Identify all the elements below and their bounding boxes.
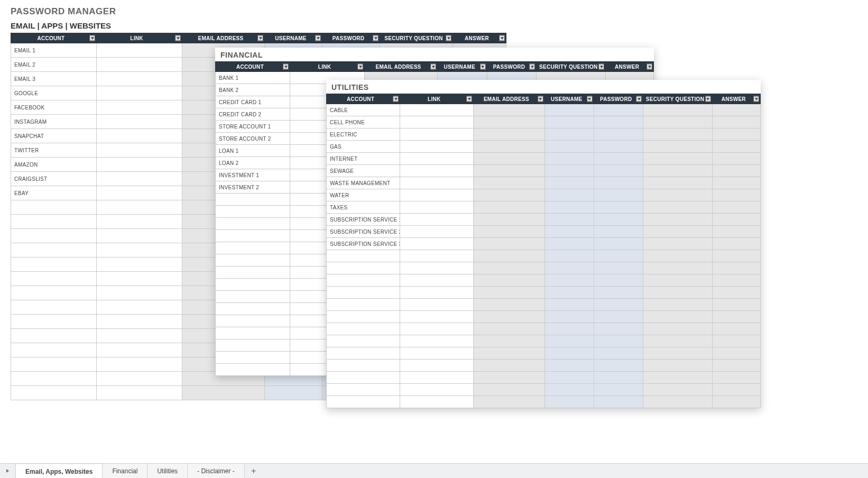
- data-cell[interactable]: [400, 177, 474, 189]
- account-cell[interactable]: [216, 218, 290, 230]
- data-cell[interactable]: [643, 189, 712, 201]
- data-cell[interactable]: [544, 189, 594, 201]
- data-cell[interactable]: [400, 299, 474, 311]
- account-cell[interactable]: [11, 200, 97, 215]
- data-cell[interactable]: [474, 250, 544, 262]
- account-cell[interactable]: GAS: [327, 141, 400, 153]
- data-cell[interactable]: [400, 153, 474, 165]
- data-cell[interactable]: [544, 153, 594, 165]
- filter-dropdown-icon[interactable]: [636, 96, 642, 102]
- account-cell[interactable]: [11, 229, 97, 243]
- data-cell[interactable]: [712, 262, 761, 274]
- data-cell[interactable]: [712, 274, 761, 287]
- data-cell[interactable]: [643, 311, 712, 323]
- data-cell[interactable]: [97, 315, 182, 329]
- data-cell[interactable]: [97, 372, 182, 386]
- account-cell[interactable]: [216, 327, 290, 339]
- data-cell[interactable]: [712, 323, 761, 335]
- data-cell[interactable]: [474, 165, 544, 177]
- account-cell[interactable]: STORE ACCOUNT 2: [216, 133, 290, 145]
- data-cell[interactable]: [400, 128, 474, 141]
- data-cell[interactable]: [544, 165, 594, 177]
- data-cell[interactable]: [474, 177, 544, 189]
- data-cell[interactable]: [643, 384, 712, 396]
- data-cell[interactable]: [643, 226, 712, 238]
- data-cell[interactable]: [400, 384, 474, 396]
- account-cell[interactable]: LOAN 1: [216, 145, 290, 157]
- data-cell[interactable]: [97, 43, 182, 58]
- filter-dropdown-icon[interactable]: [315, 35, 321, 41]
- data-cell[interactable]: [594, 323, 643, 335]
- data-cell[interactable]: [712, 372, 761, 384]
- data-cell[interactable]: [544, 335, 594, 347]
- data-cell[interactable]: [400, 238, 474, 250]
- filter-dropdown-icon[interactable]: [89, 35, 95, 41]
- data-cell[interactable]: [594, 335, 643, 347]
- account-cell[interactable]: EMAIL 3: [11, 72, 97, 86]
- account-cell[interactable]: [11, 258, 97, 272]
- data-cell[interactable]: [474, 104, 544, 116]
- data-cell[interactable]: [643, 335, 712, 347]
- data-cell[interactable]: [474, 299, 544, 311]
- data-cell[interactable]: [712, 250, 761, 262]
- data-cell[interactable]: [97, 386, 182, 400]
- data-cell[interactable]: [97, 329, 182, 343]
- data-cell[interactable]: [400, 226, 474, 238]
- account-cell[interactable]: BANK 1: [216, 72, 290, 84]
- data-cell[interactable]: [474, 347, 544, 360]
- account-cell[interactable]: [327, 311, 400, 323]
- data-cell[interactable]: [594, 177, 643, 189]
- data-cell[interactable]: [97, 172, 182, 186]
- data-cell[interactable]: [643, 141, 712, 153]
- account-cell[interactable]: SUBSCRIPTION SERVICE 3: [327, 238, 400, 250]
- filter-dropdown-icon[interactable]: [480, 64, 486, 70]
- account-cell[interactable]: [11, 343, 97, 357]
- data-cell[interactable]: [643, 238, 712, 250]
- data-cell[interactable]: [97, 58, 182, 72]
- filter-dropdown-icon[interactable]: [529, 64, 535, 70]
- account-cell[interactable]: [11, 286, 97, 300]
- data-cell[interactable]: [643, 177, 712, 189]
- data-cell[interactable]: [643, 201, 712, 214]
- data-cell[interactable]: [643, 128, 712, 141]
- data-cell[interactable]: [544, 116, 594, 128]
- data-cell[interactable]: [712, 177, 761, 189]
- filter-dropdown-icon[interactable]: [705, 96, 711, 102]
- data-cell[interactable]: [97, 100, 182, 115]
- data-cell[interactable]: [712, 287, 761, 299]
- filter-dropdown-icon[interactable]: [466, 96, 472, 102]
- data-cell[interactable]: [400, 104, 474, 116]
- filter-dropdown-icon[interactable]: [538, 96, 543, 102]
- account-cell[interactable]: [11, 315, 97, 329]
- data-cell[interactable]: [594, 165, 643, 177]
- account-cell[interactable]: SNAPCHAT: [11, 129, 97, 143]
- account-cell[interactable]: INTERNET: [327, 153, 400, 165]
- account-cell[interactable]: WATER: [327, 189, 400, 201]
- data-cell[interactable]: [643, 165, 712, 177]
- data-cell[interactable]: [400, 323, 474, 335]
- data-cell[interactable]: [400, 262, 474, 274]
- data-cell[interactable]: [544, 323, 594, 335]
- account-cell[interactable]: [11, 386, 97, 400]
- filter-dropdown-icon[interactable]: [598, 64, 604, 70]
- data-cell[interactable]: [97, 200, 182, 215]
- account-cell[interactable]: [216, 352, 290, 364]
- account-cell[interactable]: SUBSCRIPTION SERVICE 2: [327, 226, 400, 238]
- account-cell[interactable]: [216, 339, 290, 352]
- data-cell[interactable]: [400, 372, 474, 384]
- data-cell[interactable]: [643, 299, 712, 311]
- data-cell[interactable]: [400, 141, 474, 153]
- data-cell[interactable]: [712, 226, 761, 238]
- data-cell[interactable]: [594, 104, 643, 116]
- data-cell[interactable]: [712, 311, 761, 323]
- account-cell[interactable]: INVESTMENT 1: [216, 169, 290, 181]
- account-cell[interactable]: INVESTMENT 2: [216, 181, 290, 194]
- data-cell[interactable]: [643, 347, 712, 360]
- data-cell[interactable]: [544, 201, 594, 214]
- data-cell[interactable]: [400, 116, 474, 128]
- data-cell[interactable]: [544, 128, 594, 141]
- data-cell[interactable]: [474, 153, 544, 165]
- account-cell[interactable]: EMAIL 1: [11, 43, 97, 58]
- account-cell[interactable]: FACEBOOK: [11, 100, 97, 115]
- data-cell[interactable]: [400, 214, 474, 226]
